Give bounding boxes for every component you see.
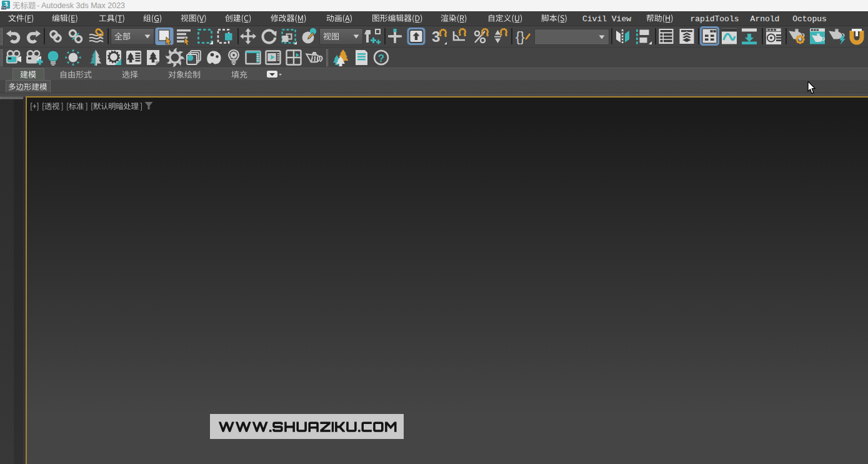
svg-text:{}: {} [516, 29, 525, 44]
svg-text:Max: Max [1, 6, 7, 9]
svg-text:?: ? [378, 53, 384, 64]
svg-text:3: 3 [432, 28, 440, 45]
